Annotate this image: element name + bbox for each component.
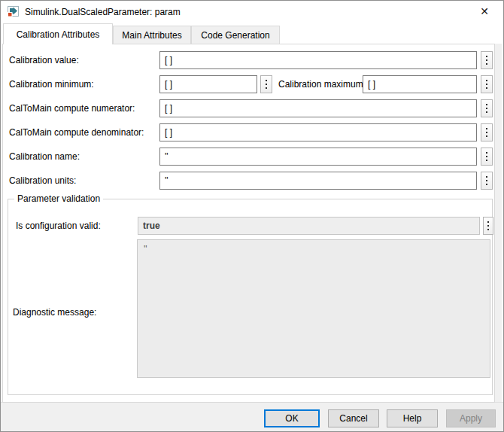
calibration-value-label: Calibration value:: [9, 51, 79, 69]
caltomain-denominator-input[interactable]: [159, 123, 477, 141]
close-icon: ✕: [480, 5, 489, 17]
is-configuration-valid-label: Is configuration valid:: [16, 217, 101, 235]
calibration-name-input[interactable]: [159, 148, 477, 166]
cancel-button-label: Cancel: [339, 413, 367, 424]
calibration-units-spinner[interactable]: [481, 172, 493, 190]
caltomain-numerator-spinner[interactable]: [481, 99, 493, 117]
diagnostic-message-field: '': [137, 239, 490, 378]
vertical-dots-icon: [266, 84, 267, 85]
vertical-dots-icon: [486, 108, 487, 109]
caltomain-denominator-spinner[interactable]: [481, 123, 493, 141]
button-bar: OK Cancel Help Apply: [1, 402, 503, 431]
tab-label: Main Attributes: [122, 30, 181, 41]
caltomain-numerator-input[interactable]: [159, 99, 477, 117]
help-button-label: Help: [403, 413, 422, 424]
calibration-units-input[interactable]: [159, 172, 477, 190]
vertical-dots-icon: [486, 59, 487, 61]
cancel-button[interactable]: Cancel: [328, 409, 379, 427]
calibration-name-label: Calibration name:: [9, 148, 80, 166]
ok-button-label: OK: [285, 413, 298, 424]
parameter-validation-title: Parameter validation: [14, 193, 103, 204]
title-bar: Simulink.DualScaledParameter: param ✕: [1, 1, 503, 23]
calibration-maximum-input[interactable]: [363, 75, 477, 93]
calibration-maximum-spinner[interactable]: [481, 75, 493, 93]
diagnostic-message-label: Diagnostic message:: [13, 303, 96, 321]
vertical-dots-icon: [486, 180, 487, 181]
calibration-minimum-spinner[interactable]: [260, 75, 272, 93]
vertical-dots-icon: [487, 225, 489, 227]
calibration-attributes-page: Calibration value: Calibration minimum: …: [2, 44, 495, 403]
calibration-units-label: Calibration units:: [9, 172, 76, 190]
help-button[interactable]: Help: [387, 409, 438, 427]
is-configuration-valid-field: [138, 217, 480, 235]
calibration-value-spinner[interactable]: [481, 51, 493, 69]
tab-main-attributes[interactable]: Main Attributes: [113, 26, 191, 44]
vertical-dots-icon: [486, 132, 487, 133]
calibration-name-spinner[interactable]: [481, 148, 493, 166]
parameter-validation-group: Parameter validation Is configuration va…: [8, 199, 493, 395]
window-title: Simulink.DualScaledParameter: param: [25, 7, 181, 17]
is-configuration-valid-spinner[interactable]: [483, 217, 493, 235]
calibration-minimum-input[interactable]: [159, 75, 257, 93]
vertical-dots-icon: [486, 156, 487, 157]
tab-label: Calibration Attributes: [17, 29, 100, 40]
tab-code-generation[interactable]: Code Generation: [191, 26, 280, 44]
apply-button-label: Apply: [460, 413, 482, 424]
calibration-value-input[interactable]: [159, 51, 477, 69]
scrollbar-gutter: [495, 44, 502, 403]
dialog-window: Simulink.DualScaledParameter: param ✕ Ca…: [0, 0, 504, 432]
tab-calibration-attributes[interactable]: Calibration Attributes: [3, 23, 113, 44]
ok-button[interactable]: OK: [264, 409, 320, 427]
caltomain-denominator-label: CalToMain compute denominator:: [9, 123, 144, 141]
simulink-parameter-icon: [7, 6, 19, 18]
vertical-dots-icon: [486, 84, 487, 85]
calibration-maximum-label: Calibration maximum:: [278, 75, 366, 93]
calibration-minimum-label: Calibration minimum:: [9, 75, 94, 93]
close-button[interactable]: ✕: [469, 1, 500, 22]
apply-button[interactable]: Apply: [446, 409, 496, 427]
tab-label: Code Generation: [201, 30, 269, 41]
caltomain-numerator-label: CalToMain compute numerator:: [9, 99, 135, 117]
